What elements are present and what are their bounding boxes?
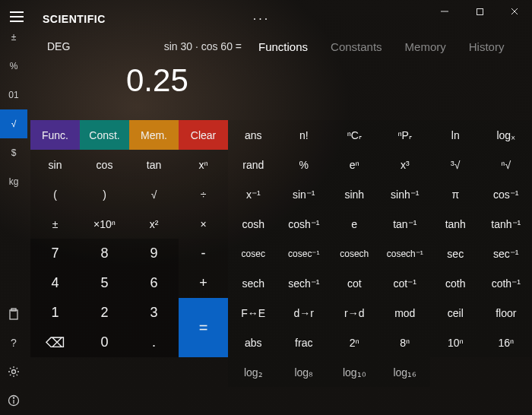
floor-button[interactable]: floor (481, 298, 532, 328)
digit-9[interactable]: 9 (129, 239, 179, 268)
dtor-button[interactable]: d→r (279, 298, 330, 328)
digit-5[interactable]: 5 (80, 268, 129, 298)
tan-button[interactable]: tan (129, 150, 179, 179)
tanh-button[interactable]: tanh (430, 209, 481, 239)
ncr-button[interactable]: ⁿCᵣ (329, 120, 380, 150)
tab-constants[interactable]: Constants (331, 40, 382, 53)
asinh-button[interactable]: sinh⁻¹ (380, 179, 431, 209)
minimize-button[interactable] (427, 0, 462, 23)
clear-button[interactable]: Clear (179, 120, 228, 150)
rail-plusminus[interactable]: ± (0, 23, 27, 52)
decimal-button[interactable]: . (129, 328, 179, 357)
sech-button[interactable]: sech (228, 268, 279, 298)
rail-sqrt[interactable]: √ (0, 109, 27, 138)
minus-button[interactable]: - (179, 239, 228, 268)
log16-button[interactable]: log₁₆ (380, 357, 431, 387)
acos-button[interactable]: cos⁻¹ (481, 179, 532, 209)
pow16n-button[interactable]: 16ⁿ (481, 328, 532, 357)
pow2n-button[interactable]: 2ⁿ (329, 328, 380, 357)
asin-button[interactable]: sin⁻¹ (279, 179, 330, 209)
digit-2[interactable]: 2 (80, 298, 129, 328)
e-button[interactable]: e (329, 209, 380, 239)
en-button[interactable]: eⁿ (329, 150, 380, 179)
panel-func-button[interactable]: Func. (30, 120, 80, 150)
cosh-button[interactable]: cosh (228, 209, 279, 239)
log2-button[interactable]: log₂ (228, 357, 279, 387)
xn-button[interactable]: xⁿ (179, 150, 228, 179)
xinv-button[interactable]: x⁻¹ (228, 179, 279, 209)
acot-button[interactable]: cot⁻¹ (380, 268, 431, 298)
pi-button[interactable]: π (430, 179, 481, 209)
mod-button[interactable]: mod (380, 298, 431, 328)
logx-button[interactable]: logₓ (481, 120, 532, 150)
log8-button[interactable]: log₈ (279, 357, 330, 387)
acosh-button[interactable]: cosh⁻¹ (279, 209, 330, 239)
settings-icon[interactable] (0, 357, 27, 386)
digit-6[interactable]: 6 (129, 268, 179, 298)
maximize-button[interactable] (462, 0, 497, 23)
sinh-button[interactable]: sinh (329, 179, 380, 209)
cos-button[interactable]: cos (80, 150, 129, 179)
asec-button[interactable]: sec⁻¹ (481, 239, 532, 268)
acoth-button[interactable]: coth⁻¹ (481, 268, 532, 298)
clipboard-icon[interactable] (0, 299, 27, 328)
ceil-button[interactable]: ceil (430, 298, 481, 328)
tab-functions[interactable]: Functions (258, 40, 308, 53)
multiply-button[interactable]: × (179, 209, 228, 239)
acosech-button[interactable]: cosech⁻¹ (380, 239, 431, 268)
digit-0[interactable]: 0 (80, 328, 129, 357)
angle-mode[interactable]: DEG (43, 40, 111, 52)
atanh-button[interactable]: tanh⁻¹ (481, 209, 532, 239)
fe-button[interactable]: F↔E (228, 298, 279, 328)
info-icon[interactable] (0, 386, 27, 415)
digit-7[interactable]: 7 (30, 239, 80, 268)
x10n-button[interactable]: ×10ⁿ (80, 209, 129, 239)
frac-button[interactable]: frac (279, 328, 330, 357)
rand-button[interactable]: rand (228, 150, 279, 179)
ln-button[interactable]: ln (430, 120, 481, 150)
pow10n-button[interactable]: 10ⁿ (430, 328, 481, 357)
plus-button[interactable]: + (179, 268, 228, 298)
close-button[interactable] (497, 0, 532, 23)
sin-button[interactable]: sin (30, 150, 80, 179)
abs-button[interactable]: abs (228, 328, 279, 357)
coth-button[interactable]: coth (430, 268, 481, 298)
rail-binary[interactable]: 01 (0, 81, 27, 109)
rparen-button[interactable]: ) (80, 179, 129, 209)
asech-button[interactable]: sech⁻¹ (279, 268, 330, 298)
sqrt-button[interactable]: √ (129, 179, 179, 209)
divide-button[interactable]: ÷ (179, 179, 228, 209)
help-icon[interactable]: ? (0, 328, 27, 357)
cot-button[interactable]: cot (329, 268, 380, 298)
ans-button[interactable]: ans (228, 120, 279, 150)
log10-button[interactable]: log₁₀ (329, 357, 380, 387)
lparen-button[interactable]: ( (30, 179, 80, 209)
equals-button[interactable]: = (179, 298, 228, 357)
tab-history[interactable]: History (469, 40, 505, 53)
rail-units[interactable]: kg (0, 167, 27, 196)
npr-button[interactable]: ⁿPᵣ (380, 120, 431, 150)
plusminus-button[interactable]: ± (30, 209, 80, 239)
cbrt-button[interactable]: ³√ (430, 150, 481, 179)
cosec-button[interactable]: cosec (228, 239, 279, 268)
acosec-button[interactable]: cosec⁻¹ (279, 239, 330, 268)
x3-button[interactable]: x³ (380, 150, 431, 179)
rail-percent[interactable]: % (0, 52, 27, 81)
sec-button[interactable]: sec (430, 239, 481, 268)
tab-memory[interactable]: Memory (405, 40, 446, 53)
backspace-button[interactable]: ⌫ (30, 328, 80, 357)
digit-8[interactable]: 8 (80, 239, 129, 268)
nroot-button[interactable]: ⁿ√ (481, 150, 532, 179)
rail-currency[interactable]: $ (0, 138, 27, 167)
digit-1[interactable]: 1 (30, 298, 80, 328)
x2-button[interactable]: x² (129, 209, 179, 239)
panel-const-button[interactable]: Const. (80, 120, 129, 150)
factorial-button[interactable]: n! (279, 120, 330, 150)
percent-button[interactable]: % (279, 150, 330, 179)
digit-4[interactable]: 4 (30, 268, 80, 298)
rtod-button[interactable]: r→d (329, 298, 380, 328)
cosech-button[interactable]: cosech (329, 239, 380, 268)
pow8n-button[interactable]: 8ⁿ (380, 328, 431, 357)
more-button[interactable]: ··· (249, 12, 274, 26)
digit-3[interactable]: 3 (129, 298, 179, 328)
